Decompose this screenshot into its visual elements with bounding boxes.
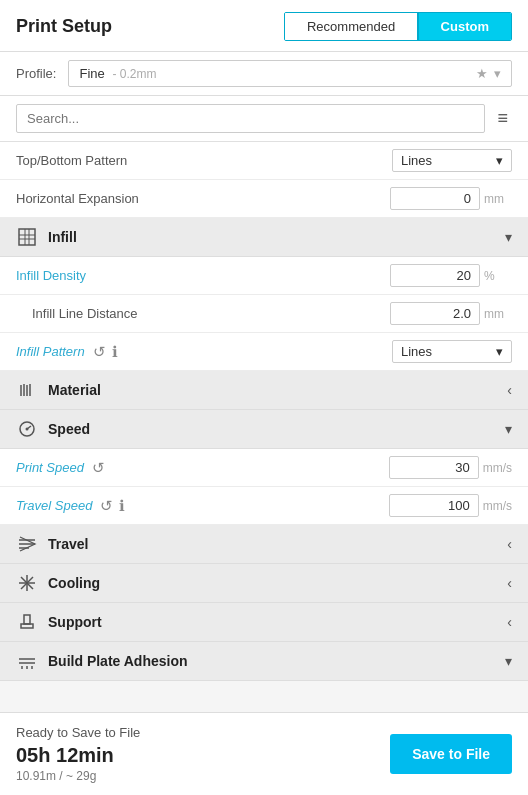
- search-row: ≡: [0, 96, 528, 142]
- section-travel[interactable]: Travel ‹: [0, 525, 528, 564]
- page-title: Print Setup: [16, 16, 112, 37]
- footer-info: Ready to Save to File 05h 12min 10.91m /…: [16, 725, 140, 783]
- section-adhesion[interactable]: Build Plate Adhesion ▾: [0, 642, 528, 681]
- travel-chevron-icon: ‹: [507, 536, 512, 552]
- profile-select[interactable]: Fine - 0.2mm ★ ▾: [68, 60, 512, 87]
- travel-title: Travel: [48, 536, 88, 552]
- speed-icon: [16, 418, 38, 440]
- travel-speed-info-icon[interactable]: ℹ: [119, 497, 125, 515]
- infill-pattern-info-icon[interactable]: ℹ: [112, 343, 118, 361]
- material-title: Material: [48, 382, 101, 398]
- horizontal-expansion-input[interactable]: [390, 187, 480, 210]
- adhesion-chevron-icon: ▾: [505, 653, 512, 669]
- print-speed-undo-icon[interactable]: ↺: [92, 459, 105, 477]
- tab-group: Recommended Custom: [284, 12, 512, 41]
- infill-density-input[interactable]: [390, 264, 480, 287]
- footer: Ready to Save to File 05h 12min 10.91m /…: [0, 712, 528, 795]
- star-icon[interactable]: ★: [476, 66, 488, 81]
- setting-travel-speed: Travel Speed ↺ ℹ mm/s: [0, 487, 528, 525]
- infill-line-distance-label: Infill Line Distance: [16, 306, 138, 321]
- search-input[interactable]: [16, 104, 485, 133]
- section-infill[interactable]: Infill ▾: [0, 218, 528, 257]
- speed-title: Speed: [48, 421, 90, 437]
- svg-rect-19: [24, 615, 30, 624]
- cooling-chevron-icon: ‹: [507, 575, 512, 591]
- setting-infill-density: Infill Density %: [0, 257, 528, 295]
- footer-details: 10.91m / ~ 29g: [16, 769, 140, 783]
- support-title: Support: [48, 614, 102, 630]
- cooling-title: Cooling: [48, 575, 100, 591]
- material-chevron-icon: ‹: [507, 382, 512, 398]
- adhesion-icon: [16, 650, 38, 672]
- material-icon: [16, 379, 38, 401]
- profile-sub: - 0.2mm: [112, 67, 156, 81]
- setting-infill-pattern: Infill Pattern ↺ ℹ Lines ▾: [0, 333, 528, 371]
- top-bottom-chevron-icon: ▾: [496, 153, 503, 168]
- profile-row: Profile: Fine - 0.2mm ★ ▾: [0, 52, 528, 96]
- infill-density-unit: %: [484, 269, 512, 283]
- horizontal-expansion-unit: mm: [484, 192, 512, 206]
- top-bottom-pattern-value: Lines: [401, 153, 432, 168]
- section-cooling[interactable]: Cooling ‹: [0, 564, 528, 603]
- top-bottom-pattern-label: Top/Bottom Pattern: [16, 153, 127, 168]
- tab-recommended[interactable]: Recommended: [285, 13, 417, 40]
- support-chevron-icon: ‹: [507, 614, 512, 630]
- infill-density-label: Infill Density: [16, 268, 86, 283]
- speed-chevron-icon: ▾: [505, 421, 512, 437]
- travel-speed-label: Travel Speed: [16, 498, 92, 513]
- horizontal-expansion-label: Horizontal Expansion: [16, 191, 139, 206]
- section-speed[interactable]: Speed ▾: [0, 410, 528, 449]
- infill-title: Infill: [48, 229, 77, 245]
- setting-top-bottom-pattern: Top/Bottom Pattern Lines ▾: [0, 142, 528, 180]
- travel-icon: [16, 533, 38, 555]
- infill-pattern-undo-icon[interactable]: ↺: [93, 343, 106, 361]
- tab-custom[interactable]: Custom: [419, 13, 511, 40]
- setting-infill-line-distance: Infill Line Distance mm: [0, 295, 528, 333]
- section-support[interactable]: Support ‹: [0, 603, 528, 642]
- print-speed-label: Print Speed: [16, 460, 84, 475]
- travel-speed-undo-icon[interactable]: ↺: [100, 497, 113, 515]
- section-material[interactable]: Material ‹: [0, 371, 528, 410]
- adhesion-title: Build Plate Adhesion: [48, 653, 188, 669]
- profile-label: Profile:: [16, 66, 56, 81]
- infill-pattern-value: Lines: [401, 344, 432, 359]
- support-icon: [16, 611, 38, 633]
- setting-print-speed: Print Speed ↺ mm/s: [0, 449, 528, 487]
- infill-line-distance-unit: mm: [484, 307, 512, 321]
- travel-speed-input[interactable]: [389, 494, 479, 517]
- infill-line-distance-input[interactable]: [390, 302, 480, 325]
- save-to-file-button[interactable]: Save to File: [390, 734, 512, 774]
- setting-horizontal-expansion: Horizontal Expansion mm: [0, 180, 528, 218]
- footer-time: 05h 12min: [16, 744, 140, 767]
- settings-area: Top/Bottom Pattern Lines ▾ Horizontal Ex…: [0, 142, 528, 712]
- infill-pattern-chevron-icon: ▾: [496, 344, 503, 359]
- print-speed-input[interactable]: [389, 456, 479, 479]
- infill-chevron-icon: ▾: [505, 229, 512, 245]
- cooling-icon: [16, 572, 38, 594]
- infill-pattern-label: Infill Pattern: [16, 344, 85, 359]
- svg-rect-20: [21, 624, 33, 628]
- travel-speed-unit: mm/s: [483, 499, 512, 513]
- print-speed-unit: mm/s: [483, 461, 512, 475]
- svg-rect-0: [19, 229, 35, 245]
- svg-point-11: [26, 428, 29, 431]
- chevron-down-icon[interactable]: ▾: [494, 66, 501, 81]
- profile-value: Fine: [79, 66, 104, 81]
- top-bottom-pattern-dropdown[interactable]: Lines ▾: [392, 149, 512, 172]
- infill-pattern-dropdown[interactable]: Lines ▾: [392, 340, 512, 363]
- menu-icon[interactable]: ≡: [493, 106, 512, 131]
- infill-icon: [16, 226, 38, 248]
- footer-status: Ready to Save to File: [16, 725, 140, 740]
